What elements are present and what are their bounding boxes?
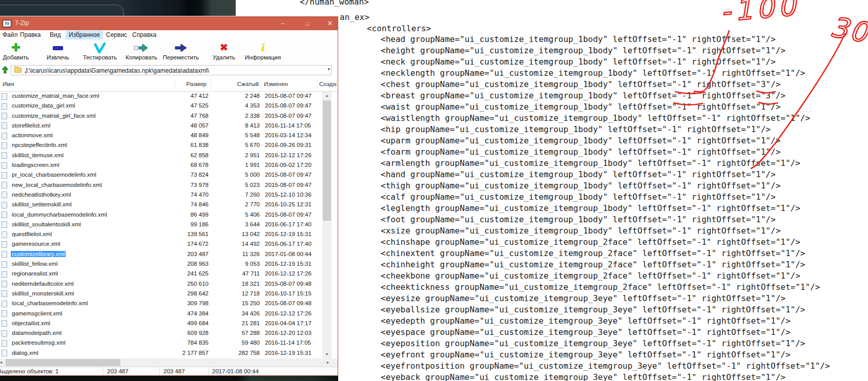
menu-view[interactable]: Вид [47,31,64,39]
table-row[interactable]: gamemsgclient.xml474 38434 4262016-12-12… [0,309,338,319]
table-row[interactable]: new_local_charbasemodelinfo.xml73 9785 0… [0,181,338,190]
column-size[interactable]: Размер [167,81,206,87]
file-name[interactable]: customize_matrial_girl_face.xml [11,113,97,119]
file-name[interactable]: local_charbasemodelinfo.xml [11,300,89,306]
file-name[interactable]: skilllist_soultalentsskill.xml [11,221,82,227]
scroll-up-arrow[interactable]: ▲ [322,92,332,100]
column-separator[interactable] [317,78,318,90]
menu-tools[interactable]: Сервис [103,31,130,39]
horizontal-scrollbar[interactable]: ◄ ► [0,358,338,367]
address-path[interactable]: J:\icarus\icarus\appdata\Game\gamedatas.… [25,67,209,74]
up-folder-icon[interactable] [2,66,9,74]
scroll-down-arrow[interactable]: ▼ [322,350,332,358]
table-row[interactable]: customize_matrial_man_face.xml47 4122 24… [0,92,338,101]
table-row[interactable]: storefilelist.xml48 0578 4132016-11-14 1… [0,121,338,131]
xml-file-icon [2,261,7,268]
table-row[interactable]: skilllist_monsterskill.xml298 64212 7182… [0,289,338,299]
info-icon: i [240,41,286,54]
column-modified[interactable]: Изменен [264,81,288,87]
column-separator[interactable] [211,78,211,90]
toolbar: ✚ Добавить Извлечь Тестировать Копироват… [0,40,338,64]
file-name[interactable]: actionmove.xml [11,132,54,138]
file-name[interactable]: objectailist.xml [11,320,51,326]
table-row[interactable]: skilllist_itemuse.xml62 8582 9512016-12-… [0,151,338,161]
table-row[interactable]: customize_data_girl.xml47 5254 3532015-0… [0,101,338,111]
table-row[interactable]: packetresultmsg.xml784 83559 4802016-11-… [0,338,338,348]
extract-button[interactable]: Извлечь [35,41,81,64]
table-row[interactable]: gameresource.xml174 67214 4922016-06-17 … [0,240,338,249]
close-button[interactable]: ✕ [321,17,338,30]
file-name[interactable]: loadingscreen.xml [11,162,60,168]
menu-edit[interactable]: Правка [17,31,44,39]
table-row[interactable]: pr_local_charbasemodelinfo.xml73 8245 00… [0,171,338,180]
column-created[interactable]: Создан [319,81,337,87]
file-packed-size: 2 770 [213,201,260,207]
scroll-left-arrow[interactable]: ◄ [0,358,5,367]
title-bar[interactable]: 7z 7-Zip – □ ✕ [0,17,338,30]
chevron-down-icon[interactable]: ▾ [327,67,330,72]
table-row[interactable]: loadingscreen.xml68 6781 9912016-09-02 1… [0,161,338,171]
table-row[interactable]: skilllist_setitemskill.xml74 8462 770201… [0,200,338,210]
column-name[interactable]: Имя [3,81,14,87]
file-name[interactable]: gamemsgclient.xml [11,310,63,316]
table-row[interactable]: objectailist.xml499 68421 2812016-04-04 … [0,319,338,329]
scroll-right-arrow[interactable]: ► [324,358,332,367]
table-row[interactable]: questfilelist.xml139 56113 0422016-12-19… [0,230,338,240]
minimize-button[interactable]: – [274,17,292,30]
table-row[interactable]: skilllist_fellow.xml208 9639 0532016-12-… [0,260,338,269]
file-name[interactable]: neditemdefaultcolor.xml [11,281,75,287]
table-row[interactable]: nedcheatlisthotkey.xml74 4707 2602015-12… [0,190,338,200]
vertical-scrollbar[interactable]: ▲ ▼ [322,92,332,358]
file-name[interactable]: npcstepeffectinfo.xml [11,142,68,148]
table-row[interactable]: customizelibrary.xml203 48711 3262017-01… [0,250,338,260]
test-button[interactable]: Тестировать [77,41,123,64]
file-name[interactable]: customize_matrial_man_face.xml [11,93,100,99]
xml-file-icon [2,103,7,110]
status-modified: 2017-01-08 00:44 [212,368,259,374]
xml-controller-line: <eyeback groupName="ui_customize_itemgro… [381,372,830,381]
file-name[interactable]: skilllist_monsterskill.xml [11,290,75,297]
file-name[interactable]: regionarealist.xml [11,270,59,277]
table-row[interactable]: customize_matrial_girl_face.xml47 7682 3… [0,112,338,121]
file-packed-size: 1 991 [213,162,260,168]
move-button[interactable]: Переместить [158,41,204,64]
file-name[interactable]: skilllist_itemuse.xml [11,152,65,158]
file-name[interactable]: dialog.xml [11,350,39,356]
table-row[interactable]: datamodelpath.xml609 92857 2882016-12-20… [0,329,338,338]
file-name[interactable]: local_dummycharbasemodelinfo.xml [11,211,108,218]
file-name[interactable]: nedcheatlisthotkey.xml [11,192,72,198]
file-modified-date: 2015-08-07 09:47 [265,172,312,178]
table-row[interactable]: regionarealist.xml241 62547 7112016-12-1… [0,269,338,279]
file-name[interactable]: packetresultmsg.xml [11,340,67,346]
table-row[interactable]: actionmove.xml48 8495 5482016-03-14 12:3… [0,131,338,141]
file-name[interactable]: questfilelist.xml [11,231,53,237]
column-separator[interactable] [175,78,175,90]
file-name[interactable]: new_local_charbasemodelinfo.xml [11,182,103,188]
address-combo[interactable]: J:\icarus\icarus\appdata\Game\gamedatas.… [11,65,332,75]
menu-help[interactable]: Справка [129,31,159,39]
file-name[interactable]: gameresource.xml [11,241,61,247]
table-row[interactable]: dialog.xml2 177 857282 7582016-12-19 15:… [0,349,338,358]
file-name[interactable]: customize_data_girl.xml [11,102,76,109]
table-row[interactable]: local_charbasemodelinfo.xml309 79815 250… [0,299,338,309]
table-row[interactable]: neditemdefaultcolor.xml250 61018 3212015… [0,280,338,289]
menu-favorites[interactable]: Избранное [66,31,103,39]
file-name[interactable]: skilllist_fellow.xml [11,261,58,267]
table-row[interactable]: local_dummycharbasemodelinfo.xml86 4995 … [0,210,338,220]
file-name[interactable]: customizelibrary.xml [11,251,66,257]
file-name[interactable]: storefilelist.xml [11,122,51,129]
table-row[interactable]: skilllist_soultalentsskill.xml99 1863 64… [0,220,338,230]
column-packed[interactable]: Сжатый [219,81,259,87]
file-name[interactable]: datamodelpath.xml [11,330,63,336]
add-button[interactable]: ✚ Добавить [0,41,39,64]
table-row[interactable]: npcstepeffectinfo.xml61 8385 6702016-09-… [0,141,338,151]
extract-minus-icon [35,41,81,54]
maximize-button[interactable]: □ [299,17,316,30]
horizontal-scroll-thumb[interactable] [6,359,120,366]
info-button[interactable]: i Информация [240,41,286,64]
xml-controller-line: <chinheight groupName="ui_customize_item… [381,259,830,270]
column-separator[interactable] [261,78,261,90]
file-name[interactable]: pr_local_charbasemodelinfo.xml [11,172,97,178]
vertical-scroll-thumb[interactable] [323,100,331,221]
file-name[interactable]: skilllist_setitemskill.xml [11,201,73,207]
